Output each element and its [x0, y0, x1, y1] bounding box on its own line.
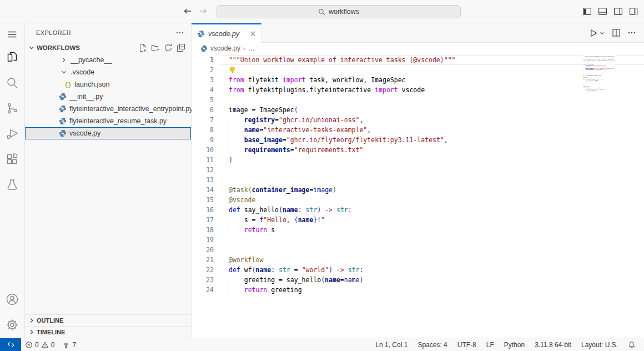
remote-indicator[interactable]	[0, 338, 21, 351]
line-number: 5	[192, 96, 214, 104]
indentation-status-item[interactable]: Spaces: 4	[412, 341, 452, 349]
command-center-search[interactable]: workflows	[217, 5, 461, 18]
tree-item-vscode-py[interactable]: vscode.py	[25, 127, 191, 139]
outline-section-header[interactable]: OUTLINE	[25, 314, 191, 326]
menu-icon[interactable]	[0, 24, 25, 44]
line-number: 12	[192, 166, 214, 174]
code-line-17[interactable]: 17 s = f"Hello, {name}!"	[192, 215, 644, 225]
chevron-down-icon[interactable]	[599, 30, 605, 36]
explorer-sidebar: EXPLORER WORKFLOWS __pycache__.vscode{}l…	[25, 23, 192, 338]
toggle-panel-icon[interactable]	[598, 7, 607, 16]
customize-layout-icon[interactable]	[629, 7, 638, 16]
tree-item-flyteinteractive-interactive-entrypoint-py[interactable]: flyteinteractive_interactive_entrypoint.…	[25, 103, 191, 115]
accounts-activity-item[interactable]	[0, 287, 25, 312]
code-line-10[interactable]: 10 requirements="requirements.txt"	[192, 145, 644, 155]
sidebar-more-actions-icon[interactable]	[175, 28, 184, 37]
new-folder-icon[interactable]	[151, 43, 160, 52]
sidebar-title: EXPLORER	[36, 29, 71, 36]
tree-item-flyteinteractive-resume-task-py[interactable]: flyteinteractive_resume_task.py	[25, 115, 191, 127]
code-line-15[interactable]: 15@vscode	[192, 195, 644, 205]
language-mode-status-item[interactable]: Python	[499, 341, 530, 349]
code-line-19[interactable]: 19	[192, 235, 644, 245]
code-line-13[interactable]: 13	[192, 175, 644, 185]
search-activity-item[interactable]	[0, 70, 25, 96]
refresh-icon[interactable]	[164, 43, 173, 52]
python-file-icon	[59, 129, 67, 137]
code-line-22[interactable]: 22def wf(name: str = "world") -> str:	[192, 265, 644, 275]
chevron-right-icon: ›	[243, 45, 245, 52]
workflows-section-header[interactable]: WORKFLOWS	[25, 42, 191, 54]
code-editor[interactable]: 1"""Union workflow example of interactiv…	[192, 54, 644, 338]
tab-vscode-py[interactable]: vscode.py	[192, 23, 261, 43]
tree-item-label: __init__.py	[69, 93, 103, 101]
status-bar: 0 0 7 Ln 1, Col 1Spaces: 4UTF-8LFPython3…	[0, 338, 644, 351]
code-line-7[interactable]: 7 registry="ghcr.io/unionai-oss",	[192, 115, 644, 125]
code-line-18[interactable]: 18 return s	[192, 225, 644, 235]
code-line-9[interactable]: 9 base_image="ghcr.io/flyteorg/flytekit:…	[192, 135, 644, 145]
code-line-8[interactable]: 8 name="interactive-tasks-example",	[192, 125, 644, 135]
json-braces-icon: {}	[64, 81, 72, 88]
new-file-icon[interactable]	[138, 43, 147, 52]
code-line-4[interactable]: 4from flytekitplugins.flyteinteractive i…	[192, 85, 644, 95]
testing-activity-item[interactable]	[0, 172, 25, 198]
line-content: greeting = say_hello(name=name)	[229, 276, 363, 284]
more-actions-icon[interactable]	[627, 28, 636, 37]
code-line-12[interactable]: 12	[192, 165, 644, 175]
code-line-16[interactable]: 16def say_hello(name: str) -> str:	[192, 205, 644, 215]
breadcrumb[interactable]: vscode.py › …	[192, 43, 644, 54]
breadcrumb-symbol[interactable]: …	[248, 44, 255, 52]
code-line-11[interactable]: 11)	[192, 155, 644, 165]
error-count: 0	[35, 341, 39, 349]
notifications-bell-icon[interactable]	[623, 341, 641, 349]
line-content: from flytekit import task, workflow, Ima…	[229, 76, 406, 84]
code-line-2[interactable]: 2	[192, 65, 644, 75]
close-icon[interactable]	[249, 30, 256, 37]
code-line-6[interactable]: 6image = ImageSpec(	[192, 105, 644, 115]
line-content: )	[229, 156, 233, 164]
settings-activity-item[interactable]	[0, 312, 25, 338]
collapse-all-icon[interactable]	[177, 43, 185, 52]
code-line-23[interactable]: 23 greeting = say_hello(name=name)	[192, 275, 644, 285]
extensions-activity-item[interactable]	[0, 147, 25, 172]
source-control-activity-item[interactable]	[0, 96, 25, 121]
chevron-right-icon	[60, 56, 68, 64]
line-number: 16	[192, 206, 214, 214]
problems-status-item[interactable]: 0 0	[21, 338, 58, 351]
tree-item--init-py[interactable]: __init__.py	[25, 91, 191, 103]
keyboard-layout-status-item[interactable]: Layout: U.S.	[576, 341, 623, 349]
title-bar: workflows	[0, 0, 644, 23]
code-line-24[interactable]: 24 return greeting	[192, 285, 644, 295]
split-editor-icon[interactable]	[612, 28, 621, 37]
line-number: 15	[192, 196, 214, 204]
line-content: registry="ghcr.io/unionai-oss",	[229, 116, 363, 124]
lightbulb-icon[interactable]	[229, 66, 236, 74]
code-line-1[interactable]: 1"""Union workflow example of interactiv…	[192, 55, 644, 65]
tree-item--vscode[interactable]: .vscode	[25, 66, 191, 78]
run-python-file-button[interactable]	[588, 28, 605, 38]
code-line-14[interactable]: 14@task(container_image=image)	[192, 185, 644, 195]
eol-status-item[interactable]: LF	[481, 341, 499, 349]
line-number: 18	[192, 226, 214, 234]
ports-status-item[interactable]: 7	[58, 338, 80, 351]
timeline-section-header[interactable]: TIMELINE	[25, 326, 191, 338]
toggle-secondary-sidebar-icon[interactable]	[613, 7, 623, 16]
python-interpreter-status-item[interactable]: 3.11.8 64-bit	[530, 341, 576, 349]
line-content: """Union workflow example of interactive…	[229, 56, 456, 64]
code-line-21[interactable]: 21@workflow	[192, 255, 644, 265]
code-line-5[interactable]: 5	[192, 95, 644, 105]
line-number: 19	[192, 236, 214, 244]
cursor-position-status-item[interactable]: Ln 1, Col 1	[370, 341, 412, 349]
toggle-primary-sidebar-icon[interactable]	[582, 7, 592, 16]
tree-item-launch-json[interactable]: {}launch.json	[25, 78, 191, 91]
encoding-status-item[interactable]: UTF-8	[452, 341, 481, 349]
tree-item--pycache-[interactable]: __pycache__	[25, 54, 191, 66]
explorer-activity-item[interactable]	[0, 44, 25, 70]
code-line-3[interactable]: 3from flytekit import task, workflow, Im…	[192, 75, 644, 85]
editor-group: vscode.py vscode.py › …	[192, 23, 644, 338]
back-arrow-icon[interactable]	[183, 7, 192, 16]
breadcrumb-file[interactable]: vscode.py	[210, 44, 240, 52]
chevron-down-icon	[60, 68, 68, 76]
minimap[interactable]: """Union workflow example of interactive…	[583, 54, 615, 338]
run-debug-activity-item[interactable]	[0, 121, 25, 147]
code-line-20[interactable]: 20	[192, 245, 644, 255]
